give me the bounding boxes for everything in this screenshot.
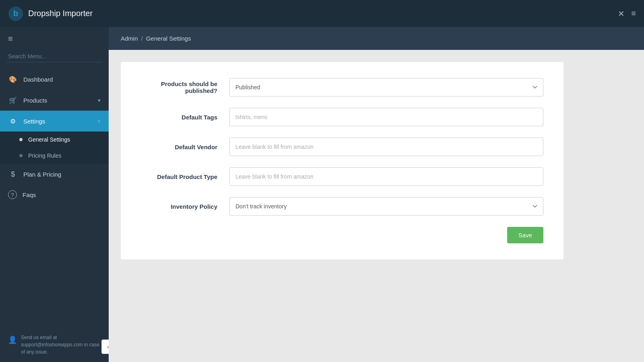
publish-status-row: Products should be published? Published … (141, 78, 543, 97)
form-actions: Save (141, 227, 543, 243)
sidebar-item-label: Pricing Rules (28, 152, 61, 159)
sidebar-item-label: Products (23, 97, 98, 104)
settings-submenu: General Settings Pricing Rules (0, 132, 109, 164)
page-content: Products should be published? Published … (109, 50, 644, 362)
sub-header: Admin / General Settings (109, 27, 644, 50)
dot-icon (19, 154, 23, 157)
publish-status-select[interactable]: Published Unpublished Draft (229, 78, 543, 97)
user-icon: 👤 (8, 335, 17, 346)
sidebar: ≡ 🎨 Dashboard 🛒 Products ▾ ⚙ Settings ▾ … (0, 27, 109, 362)
inventory-policy-row: Inventory Policy Don't track inventory S… (141, 197, 543, 216)
save-button[interactable]: Save (507, 227, 543, 243)
sidebar-item-label: Faqs (23, 191, 101, 198)
app-title: Dropship Importer (28, 9, 618, 18)
svg-text:b: b (13, 9, 18, 18)
inventory-policy-select[interactable]: Don't track inventory Shopify tracks inv… (229, 197, 543, 216)
dashboard-icon: 🎨 (8, 74, 18, 84)
sidebar-item-label: Dashboard (23, 76, 101, 83)
sidebar-item-pricing-rules[interactable]: Pricing Rules (0, 148, 109, 164)
default-tags-row: Default Tags (141, 108, 543, 126)
sidebar-footer: 👤 Send us email at support@infoshoreapps… (0, 327, 109, 362)
default-vendor-row: Default Vendor (141, 138, 543, 156)
sidebar-item-label: Plan & Pricing (23, 171, 101, 178)
hamburger-icon[interactable]: ≡ (631, 9, 636, 18)
default-product-type-label: Default Product Type (141, 173, 229, 180)
content-area: Admin / General Settings Products should… (109, 27, 644, 362)
dollar-icon: $ (8, 169, 18, 179)
search-input[interactable] (6, 51, 102, 62)
breadcrumb-admin[interactable]: Admin (121, 35, 138, 42)
sidebar-menu-button[interactable]: ≡ (0, 27, 109, 47)
sidebar-item-label: General Settings (28, 136, 70, 143)
app-logo: b (8, 6, 23, 21)
top-header: b Dropship Importer ✕ ≡ (0, 0, 644, 27)
close-icon[interactable]: ✕ (618, 9, 625, 19)
sidebar-item-label: Settings (23, 118, 98, 125)
general-settings-form: Products should be published? Published … (121, 62, 564, 259)
chevron-down-icon: ▾ (98, 118, 101, 124)
sidebar-item-settings[interactable]: ⚙ Settings ▾ (0, 111, 109, 132)
default-product-type-row: Default Product Type (141, 167, 543, 186)
main-layout: ≡ 🎨 Dashboard 🛒 Products ▾ ⚙ Settings ▾ … (0, 27, 644, 362)
question-icon: ? (8, 190, 17, 199)
inventory-policy-label: Inventory Policy (141, 203, 229, 210)
cart-icon: 🛒 (8, 95, 18, 105)
breadcrumb-current-page: General Settings (146, 35, 191, 42)
chevrons-left-icon: « (107, 343, 109, 350)
sidebar-item-products[interactable]: 🛒 Products ▾ (0, 90, 109, 111)
header-actions: ✕ ≡ (618, 9, 636, 19)
default-tags-label: Default Tags (141, 114, 229, 121)
collapse-sidebar-button[interactable]: « (101, 339, 109, 354)
default-product-type-input[interactable] (229, 167, 543, 186)
default-vendor-label: Default Vendor (141, 144, 229, 150)
sidebar-item-plan-pricing[interactable]: $ Plan & Pricing (0, 164, 109, 185)
chevron-down-icon: ▾ (98, 97, 101, 103)
sidebar-footer-text: Send us email at support@infoshoreapps.c… (21, 334, 101, 356)
dot-icon (19, 138, 23, 141)
breadcrumb-separator: / (141, 35, 143, 42)
sidebar-item-faqs[interactable]: ? Faqs (0, 185, 109, 205)
publish-status-label: Products should be published? (141, 80, 229, 94)
gear-icon: ⚙ (8, 116, 18, 126)
sidebar-item-dashboard[interactable]: 🎨 Dashboard (0, 69, 109, 90)
default-vendor-input[interactable] (229, 138, 543, 156)
default-tags-input[interactable] (229, 108, 543, 126)
sidebar-item-general-settings[interactable]: General Settings (0, 132, 109, 148)
breadcrumb: Admin / General Settings (121, 35, 191, 42)
